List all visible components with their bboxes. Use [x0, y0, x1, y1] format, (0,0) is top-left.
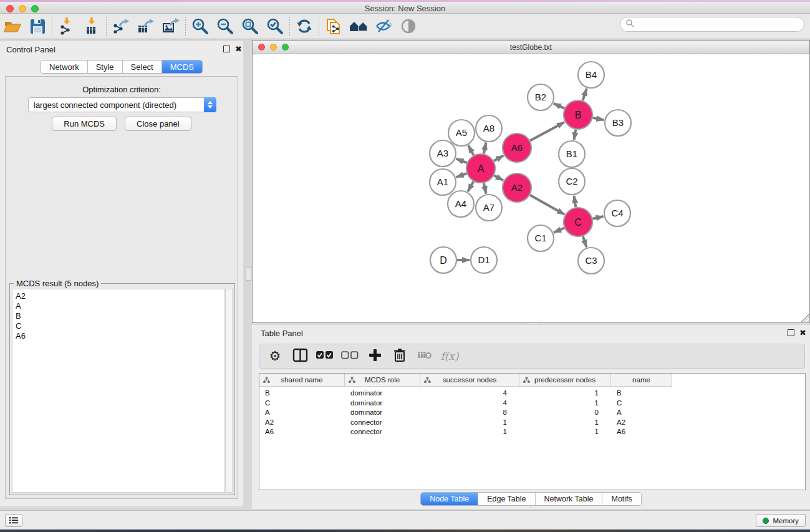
zoom-in-button[interactable]	[188, 16, 213, 37]
network-canvas[interactable]: B4 B2 B B3 A5 A8 A6 B1 A3 A C2 A1 A2	[253, 54, 809, 322]
graph-node-C1[interactable]: C1	[528, 225, 554, 251]
tab-motifs[interactable]: Motifs	[602, 493, 640, 505]
cell-predecessor-nodes[interactable]: 1	[519, 418, 599, 426]
close-panel-button[interactable]: Close panel	[125, 117, 191, 131]
refresh-layout-button[interactable]	[292, 16, 317, 37]
node-table[interactable]: shared name MCDS role successor nodes pr…	[259, 373, 806, 490]
edge-A-A8[interactable]	[484, 143, 486, 154]
graph-node-D1[interactable]: D1	[471, 247, 497, 273]
export-network-button[interactable]	[108, 16, 133, 37]
edge-A-A2[interactable]	[494, 175, 503, 180]
column-header-predecessor-nodes[interactable]: predecessor nodes	[519, 374, 611, 387]
cell-successor-nodes[interactable]: 4	[420, 389, 507, 397]
cell-name[interactable]: A	[617, 409, 622, 416]
edge-C-C1[interactable]	[554, 228, 564, 233]
column-header-MCDS-role[interactable]: MCDS role	[345, 374, 420, 387]
column-header-shared-name[interactable]: shared name	[259, 374, 345, 387]
hide-panels-button[interactable]	[371, 16, 396, 37]
cell-predecessor-nodes[interactable]: 1	[519, 428, 599, 435]
result-scrollbar[interactable]	[225, 289, 233, 493]
result-list-item[interactable]: B	[16, 311, 224, 321]
tab-mcds[interactable]: MCDS	[162, 60, 202, 73]
column-header-name[interactable]: name	[611, 374, 672, 387]
settings-button[interactable]: ⚙	[267, 348, 283, 364]
tab-network[interactable]: Network	[41, 60, 88, 73]
table-close-icon[interactable]: ✖	[799, 328, 806, 337]
delete-column-button[interactable]	[392, 348, 408, 364]
zoom-selected-button[interactable]	[263, 16, 287, 37]
cell-successor-nodes[interactable]: 1	[420, 428, 507, 435]
task-history-button[interactable]	[5, 514, 22, 527]
graph-node-A6[interactable]: A6	[503, 133, 531, 162]
graph-node-A7[interactable]: A7	[476, 195, 502, 221]
network-window-titlebar[interactable]: testGlobe.txt	[253, 41, 809, 54]
memory-button[interactable]: Memory	[756, 514, 806, 527]
graph-node-B[interactable]: B	[564, 100, 592, 129]
tab-style[interactable]: Style	[88, 60, 123, 73]
criterion-dropdown[interactable]: largest connected component (directed)	[28, 97, 216, 112]
graph-node-A4[interactable]: A4	[448, 191, 474, 217]
graph-node-C[interactable]: C	[564, 208, 592, 236]
graph-node-B3[interactable]: B3	[605, 110, 631, 136]
result-list-item[interactable]: A6	[16, 331, 224, 341]
table-row[interactable]: Adominator80A	[259, 408, 805, 418]
cell-MCDS-role[interactable]: connector	[350, 428, 382, 435]
edge-B-B1[interactable]	[574, 130, 576, 140]
import-table-button[interactable]	[79, 16, 104, 37]
cell-shared-name[interactable]: C	[265, 399, 270, 407]
edge-B-B4[interactable]	[583, 89, 587, 100]
result-list-item[interactable]: A2	[16, 291, 224, 301]
cell-predecessor-nodes[interactable]: 1	[519, 389, 599, 397]
save-session-button[interactable]	[25, 16, 50, 37]
birds-eye-button[interactable]	[346, 16, 371, 37]
graph-node-A2[interactable]: A2	[503, 173, 531, 202]
cell-name[interactable]: C	[617, 399, 622, 407]
cell-MCDS-role[interactable]: dominator	[350, 399, 382, 407]
cell-predecessor-nodes[interactable]: 1	[519, 399, 599, 407]
edge-A-A4[interactable]	[468, 181, 473, 191]
close-panel-icon[interactable]: ✖	[235, 44, 242, 54]
edge-A-A6[interactable]	[494, 155, 503, 161]
graph-node-B2[interactable]: B2	[528, 84, 554, 110]
table-row[interactable]: Bdominator41B	[259, 389, 805, 399]
graph-node-C4[interactable]: C4	[604, 200, 630, 226]
search-field[interactable]	[620, 17, 804, 32]
tab-select[interactable]: Select	[123, 60, 162, 73]
cell-name[interactable]: B	[617, 389, 622, 397]
mcds-result-list[interactable]: A2ABCA6	[12, 289, 225, 493]
cell-name[interactable]: A6	[617, 428, 625, 435]
cell-shared-name[interactable]: A	[265, 409, 270, 416]
tab-node-table[interactable]: Node Table	[421, 493, 478, 505]
zoom-fit-button[interactable]	[238, 16, 263, 37]
table-float-icon[interactable]	[788, 329, 794, 336]
vertical-splitter-handle[interactable]	[246, 267, 251, 281]
edge-A-A7[interactable]	[484, 183, 486, 194]
cell-name[interactable]: A2	[617, 418, 625, 426]
cell-shared-name[interactable]: B	[265, 389, 270, 397]
cell-MCDS-role[interactable]: connector	[350, 418, 382, 426]
graph-node-C2[interactable]: C2	[559, 168, 585, 195]
graph-node-B4[interactable]: B4	[578, 62, 604, 88]
import-network-button[interactable]	[54, 16, 79, 37]
edge-A-A3[interactable]	[456, 158, 466, 163]
float-panel-icon[interactable]	[223, 46, 230, 52]
resize-grip[interactable]	[801, 314, 809, 322]
edge-B-B3[interactable]	[593, 118, 604, 120]
cell-predecessor-nodes[interactable]: 0	[519, 409, 599, 416]
cell-shared-name[interactable]: A6	[265, 428, 274, 435]
cell-shared-name[interactable]: A2	[265, 418, 274, 426]
tab-network-table[interactable]: Network Table	[536, 493, 603, 505]
graph-node-A1[interactable]: A1	[430, 169, 456, 195]
run-mcds-button[interactable]: Run MCDS	[52, 117, 117, 131]
column-header-successor-nodes[interactable]: successor nodes	[420, 374, 519, 387]
edge-C-C4[interactable]	[592, 216, 603, 219]
graph-node-A8[interactable]: A8	[476, 115, 502, 142]
edge-B-B2[interactable]	[554, 104, 565, 109]
cell-successor-nodes[interactable]: 1	[420, 418, 507, 426]
edge-C-C2[interactable]	[574, 196, 576, 208]
column-view-button[interactable]	[292, 348, 308, 364]
export-image-button[interactable]	[158, 16, 183, 37]
graph-node-D[interactable]: D	[430, 247, 456, 273]
edge-A-A1[interactable]	[456, 173, 467, 177]
table-row[interactable]: A2connector11A2	[259, 418, 805, 428]
